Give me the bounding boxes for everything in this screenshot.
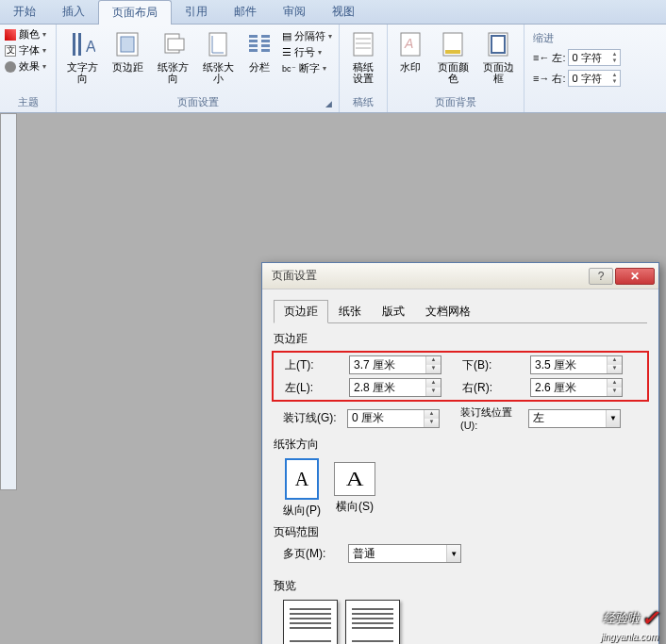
spin-down-icon[interactable]: ▼ [425,419,439,427]
svg-rect-10 [249,35,258,38]
spin-up-icon[interactable]: ▲ [609,51,619,58]
dialog-help-btn[interactable]: ? [589,268,613,285]
portrait-icon: A [295,469,308,490]
theme-color-btn[interactable]: 颜色 ▾ [5,27,51,41]
orientation-section-label: 纸张方向 [274,437,647,453]
gutter-pos-select[interactable]: 左▼ [528,409,621,428]
document-area: 页面设置 ? ✕ 页边距 纸张 版式 文档网格 页边距 上(T): 3.7 厘米… [0,113,666,644]
page-color-btn[interactable]: 页面颜色 [432,27,474,86]
top-label: 上(T): [285,357,349,373]
columns-label: 分栏 [249,61,270,73]
margins-section-label: 页边距 [274,331,647,347]
columns-icon [244,29,275,59]
ribbon-group-indent: 缩进 ≡← 左: 0 字符 ▲▼ ≡→ 右: 0 字符 ▲▼ [524,25,629,112]
svg-rect-18 [354,33,373,56]
spin-up-icon[interactable]: ▲ [608,356,622,365]
svg-rect-13 [249,49,258,52]
indent-right-label: 右: [552,72,565,86]
ribbon-group-manuscript: 稿纸 设置 稿纸 [340,25,388,112]
page-color-icon [438,29,468,59]
watermark-btn[interactable]: A 水印 [392,27,428,74]
tab-review[interactable]: 审阅 [270,0,319,25]
left-label: 左(L): [285,380,349,396]
spin-down-icon[interactable]: ▼ [608,365,622,373]
theme-font-label: 字体 [19,43,40,58]
svg-rect-25 [445,50,460,54]
spin-down-icon[interactable]: ▼ [609,78,619,85]
page-setup-dialog: 页面设置 ? ✕ 页边距 纸张 版式 文档网格 页边距 上(T): 3.7 厘米… [261,262,659,644]
spin-up-icon[interactable]: ▲ [609,72,619,78]
orientation-btn[interactable]: 纸张方向 [152,27,193,86]
gutter-label: 装订线(G): [283,410,347,426]
dialog-close-btn[interactable]: ✕ [615,268,655,285]
text-direction-btn[interactable]: A 文字方向 [61,27,103,86]
indent-right-input[interactable]: 0 字符 ▲▼ [568,70,621,87]
spin-up-icon[interactable]: ▲ [426,379,441,388]
columns-btn[interactable]: 分栏 [242,27,276,74]
dlg-tab-margin[interactable]: 页边距 [274,300,328,323]
orientation-portrait[interactable]: A 纵向(P) [283,458,321,519]
tab-view[interactable]: 视图 [319,0,368,25]
multi-select[interactable]: 普通▼ [348,544,461,563]
theme-font-btn[interactable]: 文 字体 ▾ [5,43,51,58]
theme-effect-btn[interactable]: 效果 ▾ [5,59,51,74]
margins-icon [112,29,142,59]
close-icon: ✕ [630,270,640,283]
right-input[interactable]: 2.6 厘米▲▼ [530,378,623,397]
spin-down-icon[interactable]: ▼ [426,388,441,396]
spin-down-icon[interactable]: ▼ [609,58,619,64]
tab-mail[interactable]: 邮件 [221,0,270,25]
spin-down-icon[interactable]: ▼ [608,388,622,396]
left-input[interactable]: 2.8 厘米▲▼ [349,378,441,397]
gutter-input[interactable]: 0 厘米▲▼ [347,409,440,428]
indent-left-value: 0 字符 [572,51,601,65]
bottom-value: 3.5 厘米 [535,357,576,373]
size-btn[interactable]: 纸张大小 [197,27,239,86]
hyphenation-btn[interactable]: bc⁻ 断字 ▾ [282,61,332,75]
tab-reference[interactable]: 引用 [172,0,221,25]
dropdown-arrow-icon[interactable]: ▼ [606,410,620,427]
ribbon: 颜色 ▾ 文 字体 ▾ 效果 ▾ 主题 A 文字方向 页边距 [0,25,666,113]
dlg-tab-layout[interactable]: 版式 [372,300,415,323]
line-numbers-btn[interactable]: ☰ 行号 ▾ [282,45,332,59]
orientation-label: 纸张方向 [154,61,191,84]
multi-label: 多页(M): [283,546,325,562]
tab-start[interactable]: 开始 [0,0,49,25]
ribbon-tabs: 开始 插入 页面布局 引用 邮件 审阅 视图 [0,0,666,25]
tab-layout[interactable]: 页面布局 [98,0,172,25]
top-value: 3.7 厘米 [354,357,395,373]
indent-right-icon: ≡→ [533,73,549,84]
svg-rect-0 [73,33,75,56]
separator-label: 分隔符 [294,29,325,43]
spin-up-icon[interactable]: ▲ [425,410,439,419]
dlg-tab-grid[interactable]: 文档网格 [415,300,481,323]
svg-rect-1 [78,33,81,56]
page-border-btn[interactable]: 页面边框 [477,27,519,86]
page-color-label: 页面颜色 [434,61,472,84]
spin-up-icon[interactable]: ▲ [426,356,441,365]
page-border-label: 页面边框 [479,61,517,84]
dlg-tab-paper[interactable]: 纸张 [328,300,372,323]
svg-rect-6 [168,39,184,50]
margins-btn[interactable]: 页边距 [107,27,148,74]
orientation-landscape[interactable]: A 横向(S) [334,458,375,519]
svg-rect-15 [261,40,270,42]
indent-right-value: 0 字符 [572,72,601,86]
page-border-icon [483,29,513,59]
dialog-titlebar[interactable]: 页面设置 ? ✕ [262,263,658,289]
indent-left-input[interactable]: 0 字符 ▲▼ [568,49,621,66]
dropdown-arrow-icon: ▾ [318,48,322,57]
top-input[interactable]: 3.7 厘米▲▼ [349,355,441,374]
spin-down-icon[interactable]: ▼ [426,365,441,373]
manuscript-btn[interactable]: 稿纸 设置 [344,27,382,86]
spin-up-icon[interactable]: ▲ [608,379,622,388]
svg-rect-4 [121,37,134,52]
dropdown-arrow-icon[interactable]: ▼ [446,545,460,562]
page-setup-launcher[interactable]: ◢ [323,99,334,110]
theme-color-label: 颜色 [19,27,40,41]
separator-btn[interactable]: ▤ 分隔符 ▾ [282,29,332,43]
dialog-title: 页面设置 [272,268,317,284]
tab-insert[interactable]: 插入 [49,0,98,25]
bottom-input[interactable]: 3.5 厘米▲▼ [530,355,623,374]
preview-row [283,600,647,644]
